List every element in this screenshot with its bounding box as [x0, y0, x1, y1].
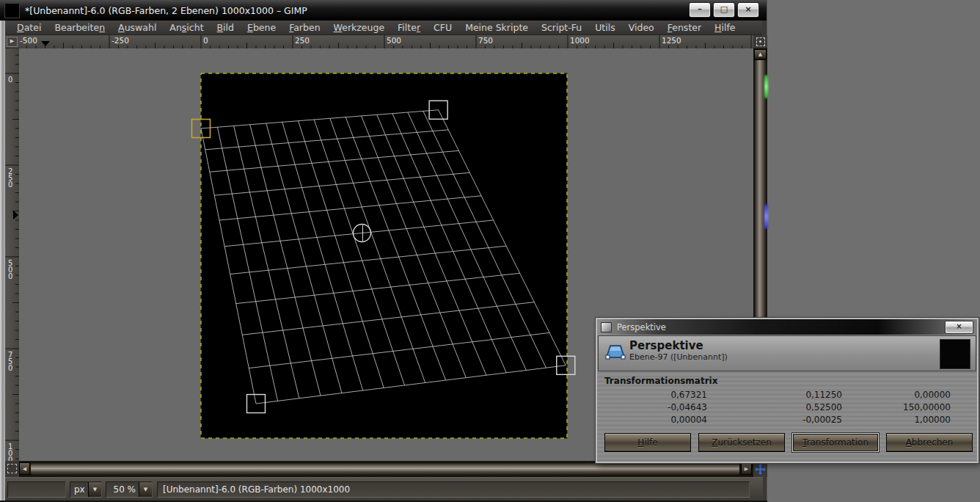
navigation-cross-button[interactable] — [753, 461, 767, 477]
status-message: [Unbenannt]-6.0 (RGB-Farben) 1000x1000 — [157, 481, 750, 498]
menu-item-meine-skripte[interactable]: Meine Skripte — [458, 21, 535, 34]
ruler-corner-arrow-icon[interactable]: ▶ — [7, 37, 18, 47]
svg-text:1000: 1000 — [570, 36, 590, 45]
dialog-heading: Perspektive — [629, 339, 728, 352]
perspective-tool-icon — [604, 343, 626, 363]
menu-item-ebene[interactable]: Ebene — [241, 21, 282, 34]
maximize-button[interactable]: □ — [713, 2, 735, 18]
perspective-dialog: Perspektive × Perspektive Ebene-97 ([Unb… — [596, 318, 979, 463]
minimize-button[interactable]: – — [689, 2, 711, 18]
menu-item-video[interactable]: Video — [622, 21, 661, 34]
app-icon — [4, 3, 20, 18]
menu-item-farben[interactable]: Farben — [282, 21, 326, 34]
menubar: DateiBearbeitenAuswahlAnsichtBildEbeneFa… — [5, 21, 762, 35]
zoom-region-icon — [756, 37, 765, 46]
matrix-cell: -0,00025 — [707, 414, 842, 426]
dialog-buttons: HilfeZurücksetzenTransformationAbbrechen — [604, 433, 973, 452]
svg-text:750: 750 — [478, 36, 493, 45]
unit-label: px — [74, 484, 85, 495]
matrix-cell: 0,00000 — [842, 389, 951, 401]
dialog-titlebar[interactable]: Perspektive × — [597, 319, 977, 335]
menu-item-cfu[interactable]: CFU — [427, 21, 458, 34]
svg-text:-250: -250 — [111, 36, 129, 45]
menu-item-datei[interactable]: Datei — [10, 21, 48, 34]
layer-thumbnail — [940, 339, 970, 369]
desktop: { "window": { "title": "*[Unbenannt]-6.0… — [0, 0, 980, 502]
zur-cksetzen-button[interactable]: Zurücksetzen — [698, 433, 785, 452]
menu-item-hilfe[interactable]: Hilfe — [708, 21, 742, 34]
matrix-cell: 0,67321 — [604, 389, 707, 401]
scroll-right-button[interactable]: ▶ — [741, 462, 752, 475]
window-frame-left — [0, 21, 5, 501]
matrix-cell: 0,11250 — [707, 389, 842, 401]
menu-item-bearbeiten[interactable]: Bearbeiten — [48, 21, 111, 34]
scrollbar-green-accent — [764, 75, 768, 98]
svg-text:1250: 1250 — [662, 36, 681, 45]
quickmask-area — [5, 461, 19, 477]
menu-item-werkzeuge[interactable]: Werkzeuge — [327, 21, 392, 34]
layer-image[interactable] — [201, 73, 567, 438]
close-button[interactable]: × — [737, 2, 759, 18]
window-titlebar[interactable]: *[Unbenannt]-6.0 (RGB-Farben, 2 Ebenen) … — [0, 0, 767, 21]
matrix-cell: 1,00000 — [842, 414, 951, 426]
svg-text:0: 0 — [8, 76, 12, 84]
pointer-marker-h — [41, 41, 50, 46]
horizontal-scrollbar-thumb[interactable] — [31, 462, 739, 475]
vertical-ruler[interactable]: 02505007501000 — [5, 48, 19, 461]
zoom-region-button[interactable] — [753, 35, 767, 48]
scroll-left-button[interactable]: ◀ — [19, 462, 30, 475]
window-title: *[Unbenannt]-6.0 (RGB-Farben, 2 Ebenen) … — [25, 5, 307, 16]
svg-text:500: 500 — [387, 36, 401, 45]
pointer-position-field — [7, 481, 66, 498]
menu-item-fenster[interactable]: Fenster — [661, 21, 708, 34]
dialog-title: Perspektive — [617, 322, 666, 332]
dialog-close-button[interactable]: × — [945, 321, 973, 334]
matrix-section-label: Transformationsmatrix — [604, 376, 717, 386]
zoom-value: 50 % — [114, 484, 139, 495]
ruler-corner: ▶ — [5, 35, 19, 48]
menu-item-script-fu[interactable]: Script-Fu — [535, 21, 588, 34]
menu-item-ansicht[interactable]: Ansicht — [163, 21, 210, 34]
transformation-matrix: 0,673210,112500,00000-0,046430,52500150,… — [604, 389, 951, 426]
unit-select[interactable]: px ▼ — [70, 481, 102, 498]
statusbar: px ▼ 50 % ▼ [Unbenannt]-6.0 (RGB-Farben)… — [5, 477, 763, 501]
svg-text:0: 0 — [8, 181, 12, 189]
svg-text:0: 0 — [203, 36, 208, 45]
menu-item-bild[interactable]: Bild — [211, 21, 241, 34]
scrollbar-blue-accent — [764, 204, 768, 229]
dialog-header: Perspektive Ebene-97 ([Unbenannt]) — [598, 335, 976, 371]
matrix-cell: -0,04643 — [604, 401, 707, 414]
svg-text:-500: -500 — [20, 36, 37, 45]
svg-text:0: 0 — [8, 364, 12, 372]
unit-dropdown-icon[interactable]: ▼ — [88, 482, 101, 497]
quickmask-toggle-icon[interactable] — [7, 464, 17, 473]
dialog-window-icon — [601, 322, 612, 332]
dialog-body: Perspektive Ebene-97 ([Unbenannt]) Trans… — [597, 335, 977, 462]
transformation-button[interactable]: Transformation — [792, 433, 879, 452]
pointer-marker-v — [13, 211, 18, 219]
abbrechen-button[interactable]: Abbrechen — [886, 433, 973, 452]
horizontal-scrollbar[interactable]: ◀ ▶ — [19, 461, 753, 477]
zoom-select[interactable]: 50 % ▼ — [106, 481, 153, 498]
matrix-cell: 0,00004 — [604, 414, 707, 426]
horizontal-ruler[interactable]: -500-250025050075010001250 — [19, 35, 753, 49]
menu-item-utils[interactable]: Utils — [588, 21, 622, 34]
move-cross-icon — [755, 464, 766, 475]
svg-text:0: 0 — [8, 272, 12, 280]
menu-item-auswahl[interactable]: Auswahl — [111, 21, 163, 34]
scroll-up-button[interactable]: ▲ — [754, 49, 767, 59]
dialog-layer-label: Ebene-97 ([Unbenannt]) — [629, 352, 728, 362]
menu-item-filter[interactable]: Filter — [391, 21, 427, 34]
hilfe-button[interactable]: Hilfe — [604, 433, 691, 452]
window-controls: – □ × — [689, 2, 759, 18]
dialog-heading-block: Perspektive Ebene-97 ([Unbenannt]) — [629, 339, 728, 362]
matrix-cell: 0,52500 — [707, 401, 842, 414]
svg-text:250: 250 — [295, 36, 310, 45]
zoom-dropdown-icon[interactable]: ▼ — [139, 482, 152, 497]
matrix-cell: 150,00000 — [842, 401, 951, 414]
